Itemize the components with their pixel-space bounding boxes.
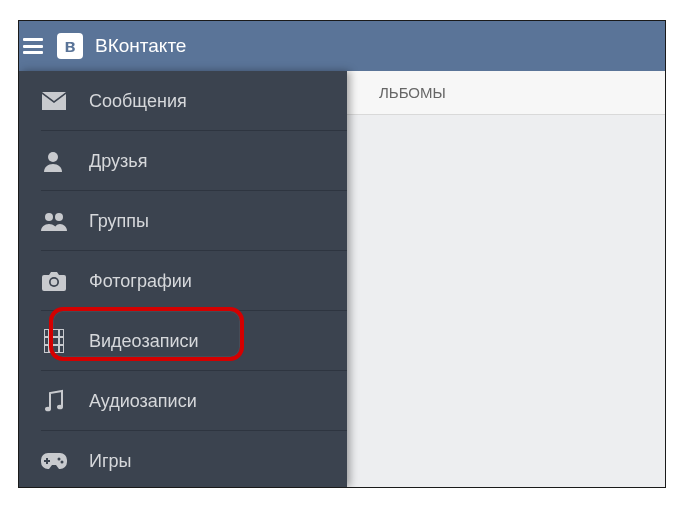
users-icon <box>41 208 67 234</box>
sidebar-item-videos[interactable]: Видеозаписи <box>19 311 347 371</box>
sidebar-item-label: Сообщения <box>89 91 187 112</box>
sidebar-item-label: Аудиозаписи <box>89 391 197 412</box>
camera-icon <box>41 268 67 294</box>
envelope-icon <box>41 88 67 114</box>
sidebar-item-photos[interactable]: Фотографии <box>19 251 347 311</box>
sidebar-item-messages[interactable]: Сообщения <box>19 71 347 131</box>
svg-point-10 <box>45 407 51 412</box>
sidebar-item-label: Игры <box>89 451 131 472</box>
sidebar-item-audio[interactable]: Аудиозаписи <box>19 371 347 431</box>
sidebar-item-groups[interactable]: Группы <box>19 191 347 251</box>
film-icon <box>41 328 67 354</box>
svg-point-0 <box>48 152 58 162</box>
sidebar-item-games[interactable]: Игры <box>19 431 347 488</box>
svg-point-2 <box>55 213 63 221</box>
svg-rect-13 <box>44 460 50 462</box>
sidebar-drawer: Сообщения Друзья Группы Фотографии <box>19 71 347 487</box>
svg-point-11 <box>57 405 63 410</box>
bg-tab-label[interactable]: ЛЬБОМЫ <box>379 84 446 101</box>
vk-logo-icon: в <box>57 33 83 59</box>
sidebar-item-label: Фотографии <box>89 271 192 292</box>
svg-rect-5 <box>44 329 64 353</box>
gamepad-icon <box>41 448 67 474</box>
svg-point-1 <box>45 213 53 221</box>
user-icon <box>41 148 67 174</box>
svg-point-4 <box>51 279 58 286</box>
app-window: в ВКонтакте ЛЬБОМЫ Сообщения Друзья Груп… <box>18 20 666 488</box>
svg-point-15 <box>61 461 64 464</box>
sidebar-item-label: Группы <box>89 211 149 232</box>
app-header: в ВКонтакте <box>19 21 665 71</box>
app-title: ВКонтакте <box>95 35 186 57</box>
sidebar-item-friends[interactable]: Друзья <box>19 131 347 191</box>
sidebar-item-label: Видеозаписи <box>89 331 199 352</box>
svg-point-14 <box>58 458 61 461</box>
music-icon <box>41 388 67 414</box>
sidebar-item-label: Друзья <box>89 151 147 172</box>
menu-icon[interactable] <box>23 34 47 58</box>
